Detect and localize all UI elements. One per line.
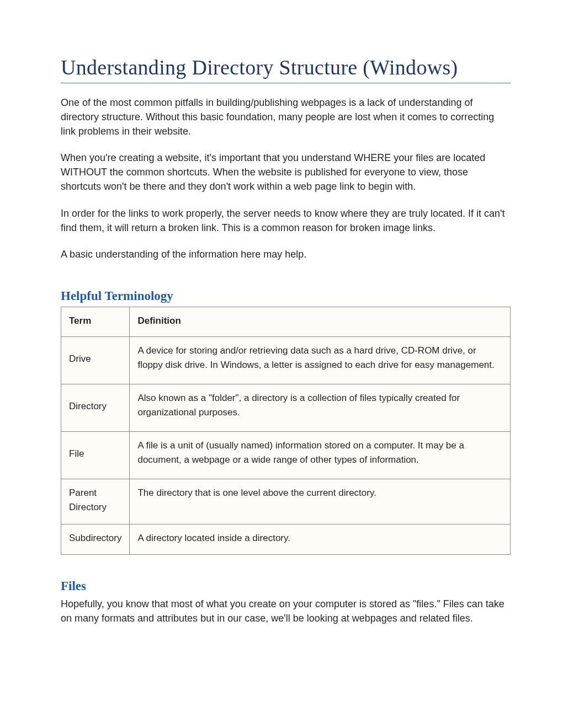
terminology-table: Term Definition Drive A device for stori…	[61, 307, 511, 555]
page-title: Understanding Directory Structure (Windo…	[61, 55, 511, 83]
table-row: Parent Directory The directory that is o…	[61, 479, 511, 524]
term-cell: File	[61, 432, 130, 479]
intro-paragraph-3: In order for the links to work properly,…	[61, 206, 511, 235]
definition-cell: A file is a unit of (usually named) info…	[130, 432, 511, 479]
term-cell: Parent Directory	[61, 479, 130, 524]
term-cell: Drive	[61, 337, 130, 384]
files-paragraph: Hopefully, you know that most of what yo…	[61, 597, 511, 625]
table-header-definition: Definition	[130, 307, 511, 337]
table-row: Drive A device for storing and/or retrie…	[61, 337, 511, 384]
section-heading-terminology: Helpful Terminology	[61, 289, 511, 303]
definition-cell: The directory that is one level above th…	[130, 479, 511, 524]
intro-paragraph-1: One of the most common pitfalls in build…	[61, 95, 511, 138]
term-cell: Subdirectory	[61, 524, 130, 555]
intro-paragraph-4: A basic understanding of the information…	[61, 247, 511, 261]
intro-paragraph-2: When you're creating a website, it's imp…	[61, 151, 511, 194]
table-row: Subdirectory A directory located inside …	[61, 524, 511, 555]
table-row: Directory Also known as a "folder", a di…	[61, 384, 511, 432]
term-cell: Directory	[61, 384, 130, 432]
document-page: Understanding Directory Structure (Windo…	[0, 0, 563, 728]
definition-cell: A directory located inside a directory.	[130, 524, 511, 555]
definition-cell: A device for storing and/or retrieving d…	[130, 337, 511, 384]
definition-cell: Also known as a "folder", a directory is…	[130, 384, 511, 432]
table-header-term: Term	[61, 307, 130, 337]
table-row: File A file is a unit of (usually named)…	[61, 432, 511, 479]
table-header-row: Term Definition	[61, 307, 511, 337]
section-heading-files: Files	[61, 579, 511, 593]
